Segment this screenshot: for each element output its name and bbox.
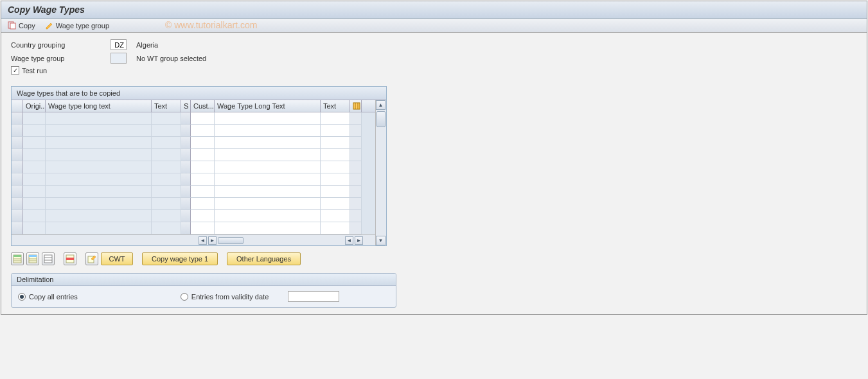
hscroll-right-arrow[interactable]: ► [208,236,217,245]
copy-all-radio[interactable] [18,293,26,301]
table-title: Wage types that are to be copied [12,87,386,100]
wage-type-group-input[interactable] [111,53,127,64]
copy-all-radio-item[interactable]: Copy all entries [18,293,78,301]
table-row[interactable] [12,137,375,149]
table-row[interactable] [12,198,375,210]
delimitation-group: Delimitation Copy all entries Entries fr… [11,273,396,308]
hscroll-right-group: ◄ ► [344,235,364,245]
entries-from-radio-item[interactable]: Entries from validity date [181,293,269,301]
content-area: Country grouping Algeria Wage type group… [1,33,867,314]
app-window: Copy Wage Types Copy Wage type group © w… [1,1,867,315]
pencil-icon [45,21,53,30]
th-long2[interactable]: Wage Type Long Text [215,100,321,112]
wage-type-group-row: Wage type group No WT group selected [11,53,857,64]
page-title: Copy Wage Types [1,1,867,19]
delete-row-button[interactable] [64,252,76,265]
table-config-icon [353,102,360,110]
th-text2[interactable]: Text [321,100,350,112]
th-s[interactable]: S [181,100,191,112]
edit-icon [87,254,96,263]
country-grouping-text: Algeria [136,41,158,49]
th-config[interactable] [350,100,362,112]
entries-from-label: Entries from validity date [191,293,269,301]
deselect-all-icon [28,254,37,263]
copy-label: Copy [19,22,35,30]
delimitation-content: Copy all entries Entries from validity d… [12,286,396,307]
edit-button[interactable] [85,252,98,265]
table-header-row: Origi... Wage type long text Text S Cust… [12,100,375,112]
table-button-3[interactable] [42,252,55,265]
table-wrap: Origi... Wage type long text Text S Cust… [12,100,386,245]
table-icon-3 [44,254,53,263]
vscroll-thumb[interactable] [376,111,385,127]
vscroll-up-arrow[interactable]: ▲ [376,100,385,110]
delimitation-title: Delimitation [12,274,396,286]
table-row[interactable] [12,112,375,125]
svg-rect-2 [353,103,360,109]
table-body [12,112,375,234]
table-row[interactable] [12,222,375,234]
hscroll-row: ◄ ► ◄ ► [12,234,375,245]
hscroll-thumb[interactable] [218,237,244,244]
test-run-checkbox[interactable]: ✓ [11,66,19,75]
table-row[interactable] [12,149,375,161]
copy-all-label: Copy all entries [29,293,78,301]
svg-rect-13 [44,255,52,263]
test-run-row: ✓ Test run [11,66,857,75]
copy-icon [8,21,16,30]
other-languages-button[interactable]: Other Languages [227,252,301,265]
svg-rect-1 [10,23,15,29]
svg-rect-10 [29,255,37,257]
th-selector [12,100,23,112]
wage-type-group-text: No WT group selected [136,55,206,62]
app-toolbar: Copy Wage type group © www.tutorialkart.… [1,19,867,33]
country-grouping-row: Country grouping Algeria [11,39,857,50]
watermark: © www.tutorialkart.com [165,20,257,30]
svg-rect-6 [13,255,21,257]
hscroll-left-arrow-2[interactable]: ◄ [345,236,353,245]
th-long1[interactable]: Wage type long text [46,100,152,112]
svg-rect-17 [66,258,74,260]
validity-date-input[interactable] [288,291,339,302]
copy-wage-type-1-button[interactable]: Copy wage type 1 [142,252,218,265]
hscroll-right-arrow-2[interactable]: ► [355,236,363,245]
hscroll-left-arrow[interactable]: ◄ [199,236,207,245]
vscroll: ▲ ▼ [375,100,386,245]
table-row[interactable] [12,210,375,222]
select-all-button[interactable] [11,252,24,265]
country-grouping-input[interactable] [111,39,127,50]
th-cust[interactable]: Cust... [191,100,215,112]
wage-type-group-field-label: Wage type group [11,55,111,62]
th-text1[interactable]: Text [152,100,181,112]
deselect-all-button[interactable] [26,252,39,265]
table-row[interactable] [12,161,375,173]
table-row[interactable] [12,186,375,198]
wage-type-group-button[interactable]: Wage type group [45,21,109,30]
copy-button[interactable]: Copy [8,21,35,30]
table-main: Origi... Wage type long text Text S Cust… [12,100,375,245]
table-row[interactable] [12,125,375,137]
hscroll-left-group: ◄ ► [198,235,274,245]
table-row[interactable] [12,173,375,186]
cwt-button[interactable]: CWT [101,252,133,265]
country-grouping-label: Country grouping [11,41,111,49]
wage-type-group-label: Wage type group [56,22,109,30]
action-button-row: CWT Copy wage type 1 Other Languages [11,252,857,265]
vscroll-down-arrow[interactable]: ▼ [376,236,385,245]
select-all-icon [13,254,22,263]
wage-types-table-group: Wage types that are to be copied Origi..… [11,86,387,246]
delete-row-icon [66,254,75,263]
test-run-label: Test run [22,67,47,75]
th-origi[interactable]: Origi... [23,100,46,112]
entries-from-radio[interactable] [181,293,188,301]
